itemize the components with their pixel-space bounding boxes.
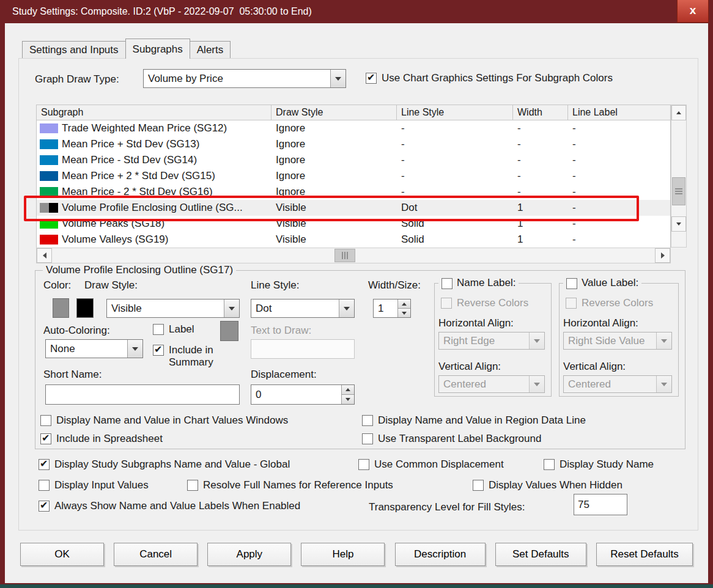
- column-header-draw-style[interactable]: Draw Style: [272, 105, 397, 120]
- description-button[interactable]: Description: [395, 543, 486, 566]
- horizontal-scroll-thumb[interactable]: [334, 249, 355, 262]
- color-swatch[interactable]: [40, 155, 58, 165]
- draw-style-dropdown[interactable]: Visible: [106, 299, 240, 318]
- value-horizontal-align-dropdown[interactable]: Right Side Value: [563, 332, 672, 350]
- label-checkbox[interactable]: Label: [153, 323, 194, 336]
- name-label-checkbox[interactable]: [441, 278, 453, 289]
- displacement-spinner[interactable]: 0: [251, 384, 355, 405]
- column-header-subgraph[interactable]: Subgraph: [37, 105, 272, 120]
- checkbox-box[interactable]: [544, 459, 555, 470]
- checkbox-box[interactable]: [362, 433, 373, 444]
- checkbox-box[interactable]: [153, 324, 164, 335]
- name-vertical-align-dropdown[interactable]: Centered: [438, 375, 545, 393]
- checkbox-box[interactable]: [366, 73, 377, 84]
- checkbox-box[interactable]: [566, 298, 577, 309]
- scroll-right-icon[interactable]: [655, 248, 670, 263]
- name-horizontal-align-dropdown[interactable]: Right Edge: [438, 332, 545, 350]
- title-bar[interactable]: Study Settings: Composite. ID:2 (VbP - 2…: [0, 0, 713, 23]
- tab-alerts[interactable]: Alerts: [190, 41, 231, 58]
- value-vertical-align-dropdown[interactable]: Centered: [563, 375, 672, 393]
- include-in-spreadsheet-checkbox[interactable]: Include in Spreadsheet: [40, 433, 163, 445]
- reset-defaults-button[interactable]: Reset Defaults: [596, 543, 693, 566]
- color-swatch[interactable]: [40, 187, 58, 197]
- scroll-up-icon[interactable]: [671, 105, 686, 120]
- graph-draw-type-dropdown[interactable]: Volume by Price: [143, 69, 346, 88]
- chevron-down-icon[interactable]: [529, 376, 544, 392]
- chevron-down-icon[interactable]: [656, 376, 671, 392]
- table-row-sg16[interactable]: Mean Price - 2 * Std Dev (SG16) Ignore -…: [37, 184, 670, 200]
- display-subgraphs-global-checkbox[interactable]: Display Study Subgraphs Name and Value -…: [39, 458, 290, 471]
- color-swatch[interactable]: [40, 123, 58, 133]
- checkbox-box[interactable]: [39, 459, 50, 470]
- checkbox-box[interactable]: [362, 415, 373, 426]
- help-button[interactable]: Help: [301, 543, 385, 566]
- value-label-checkbox[interactable]: [566, 278, 577, 289]
- set-defaults-button[interactable]: Set Defaults: [495, 543, 586, 566]
- vertical-scroll-thumb[interactable]: [672, 177, 685, 205]
- checkbox-box[interactable]: [39, 501, 50, 512]
- display-values-when-hidden-checkbox[interactable]: Display Values When Hidden: [473, 479, 622, 491]
- table-row-sg14[interactable]: Mean Price - Std Dev (SG14) Ignore - - -: [37, 152, 670, 168]
- spinner-up-icon[interactable]: [342, 385, 354, 395]
- chevron-down-icon[interactable]: [529, 333, 544, 349]
- close-button[interactable]: x: [677, 0, 709, 23]
- chevron-down-icon[interactable]: [330, 70, 345, 87]
- width-size-spinner[interactable]: 1: [373, 299, 411, 318]
- spinner-up-icon[interactable]: [398, 300, 410, 309]
- include-in-summary-checkbox[interactable]: Include in Summary: [153, 344, 232, 369]
- transparency-level-input[interactable]: [574, 494, 627, 515]
- display-study-name-checkbox[interactable]: Display Study Name: [544, 458, 654, 471]
- apply-button[interactable]: Apply: [207, 543, 291, 566]
- ok-button[interactable]: OK: [20, 543, 104, 566]
- checkbox-box[interactable]: [40, 415, 51, 426]
- table-row-sg13[interactable]: Mean Price + Std Dev (SG13) Ignore - - -: [37, 136, 670, 152]
- checkbox-box[interactable]: [187, 480, 198, 491]
- chevron-down-icon[interactable]: [339, 300, 354, 317]
- secondary-color-swatch[interactable]: [76, 298, 94, 318]
- primary-color-swatch[interactable]: [53, 298, 69, 318]
- table-row-sg15[interactable]: Mean Price + 2 * Std Dev (SG15) Ignore -…: [37, 168, 670, 184]
- chevron-down-icon[interactable]: [127, 340, 142, 358]
- color-swatch[interactable]: [40, 139, 58, 149]
- use-common-displacement-checkbox[interactable]: Use Common Displacement: [358, 458, 504, 471]
- checkbox-box[interactable]: [153, 345, 164, 356]
- text-to-draw-input[interactable]: [251, 339, 355, 359]
- color-swatch-primary[interactable]: [40, 203, 49, 213]
- checkbox-box[interactable]: [40, 433, 51, 444]
- cancel-button[interactable]: Cancel: [114, 543, 198, 566]
- table-row-sg18[interactable]: Volume Peaks (SG18) Visible Solid 1 -: [37, 216, 670, 232]
- display-region-data-line-checkbox[interactable]: Display Name and Value in Region Data Li…: [362, 414, 586, 427]
- checkbox-box[interactable]: [39, 480, 50, 491]
- color-swatch[interactable]: [40, 219, 58, 229]
- tab-subgraphs[interactable]: Subgraphs: [125, 39, 190, 59]
- vertical-scrollbar[interactable]: [671, 105, 687, 248]
- line-style-dropdown[interactable]: Dot: [251, 299, 355, 318]
- tab-settings-and-inputs[interactable]: Settings and Inputs: [22, 41, 126, 58]
- always-show-labels-checkbox[interactable]: Always Show Name and Value Labels When E…: [39, 500, 300, 512]
- use-transparent-label-bg-checkbox[interactable]: Use Transparent Label Background: [362, 433, 541, 445]
- chevron-down-icon[interactable]: [656, 333, 671, 349]
- spinner-down-icon[interactable]: [342, 395, 354, 404]
- column-header-line-style[interactable]: Line Style: [397, 105, 513, 120]
- column-header-line-label[interactable]: Line Label: [568, 105, 670, 120]
- use-chart-graphics-checkbox[interactable]: Use Chart Graphics Settings For Subgraph…: [366, 72, 613, 84]
- scroll-left-icon[interactable]: [37, 248, 52, 263]
- label-color-swatch[interactable]: [220, 321, 238, 341]
- display-input-values-checkbox[interactable]: Display Input Values: [39, 479, 149, 491]
- scroll-down-icon[interactable]: [671, 216, 686, 232]
- table-row-sg19[interactable]: Volume Valleys (SG19) Visible Solid 1 -: [37, 232, 670, 248]
- auto-coloring-dropdown[interactable]: None: [45, 339, 143, 358]
- checkbox-box[interactable]: [358, 459, 369, 470]
- value-reverse-colors-checkbox[interactable]: Reverse Colors: [566, 297, 653, 309]
- checkbox-box[interactable]: [441, 298, 452, 309]
- column-header-width[interactable]: Width: [513, 105, 568, 120]
- short-name-input[interactable]: [45, 384, 240, 405]
- color-swatch-secondary[interactable]: [49, 203, 58, 213]
- table-row-sg12[interactable]: Trade Weighted Mean Price (SG12) Ignore …: [37, 120, 670, 136]
- color-swatch[interactable]: [40, 235, 58, 244]
- display-chart-values-checkbox[interactable]: Display Name and Value in Chart Values W…: [40, 414, 288, 427]
- spinner-down-icon[interactable]: [398, 309, 410, 317]
- name-reverse-colors-checkbox[interactable]: Reverse Colors: [441, 297, 528, 309]
- resolve-full-names-checkbox[interactable]: Resolve Full Names for Reference Inputs: [187, 479, 393, 491]
- table-row-sg17-selected[interactable]: Volume Profile Enclosing Outline (SG... …: [37, 200, 670, 216]
